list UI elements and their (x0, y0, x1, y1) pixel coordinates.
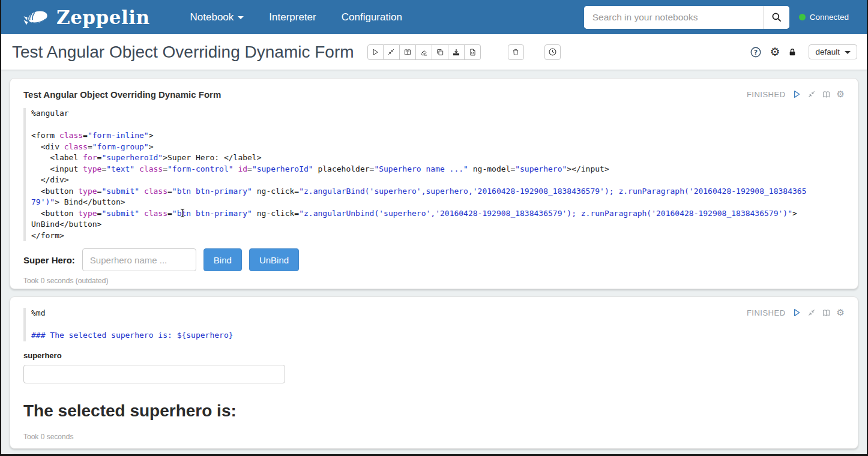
run-paragraph-button[interactable] (792, 308, 801, 317)
search-button[interactable] (763, 6, 789, 29)
clone-icon (436, 48, 444, 56)
paragraph-settings-gear-icon[interactable]: ⚙ (837, 90, 845, 99)
nav-configuration[interactable]: Configuration (329, 11, 415, 23)
compress-paragraph-button[interactable] (807, 308, 816, 317)
clock-icon (548, 47, 557, 56)
connection-status: Connected (799, 13, 849, 22)
note-header: Test Angular Object Overriding Dynamic F… (1, 34, 867, 70)
book-icon (403, 48, 412, 56)
code-editor[interactable]: %angular <form class="form-inline"> <div… (23, 108, 845, 241)
dynamic-form-label: superhero (23, 351, 845, 360)
paragraph-status-bar: FINISHED ⚙ (747, 89, 845, 99)
brand-title: Zeppelin (56, 7, 150, 28)
connected-dot-icon (799, 14, 806, 20)
superhero-input[interactable] (82, 248, 196, 271)
code-editor[interactable]: %md ### The selected superhero is: ${sup… (23, 308, 747, 341)
gear-icon: ⚙ (770, 46, 780, 58)
code-view-button[interactable] (465, 44, 481, 60)
execution-time: Took 0 seconds (outdated) (23, 277, 845, 285)
bind-button[interactable]: Bind (203, 248, 242, 271)
note-toolbar (367, 44, 481, 60)
connected-label: Connected (810, 13, 849, 22)
clone-note-button[interactable] (432, 44, 448, 60)
status-badge: FINISHED (747, 308, 786, 317)
lock-icon (788, 47, 797, 58)
note-permissions-button[interactable] (788, 47, 797, 58)
note-content: Test Angular Object Overriding Dynamic F… (1, 70, 867, 456)
interpreter-binding-button[interactable]: default (809, 44, 857, 59)
main-nav: Notebook Interpreter Configuration (178, 11, 415, 23)
angular-output-form: Super Hero: Bind UnBind (23, 248, 845, 271)
unbind-button[interactable]: UnBind (249, 248, 299, 271)
search-input[interactable] (584, 6, 763, 29)
zeppelin-app: Zeppelin Notebook Interpreter Configurat… (0, 0, 868, 456)
paragraph-1: Test Angular Object Overriding Dynamic F… (10, 78, 858, 289)
note-settings-button[interactable]: ⚙ (770, 46, 780, 58)
search-icon (771, 11, 782, 23)
export-note-button[interactable] (448, 44, 465, 60)
notebook-search (584, 6, 789, 29)
nav-interpreter[interactable]: Interpreter (256, 11, 328, 23)
note-title: Test Angular Object Overriding Dynamic F… (12, 43, 354, 62)
paragraph-3-partial (10, 454, 858, 456)
compress-paragraph-button[interactable] (807, 90, 816, 98)
brand[interactable]: Zeppelin (23, 7, 150, 28)
show-editor-button[interactable] (822, 308, 831, 317)
download-icon (452, 48, 460, 56)
execution-time: Took 0 seconds (23, 433, 845, 441)
text-cursor (179, 208, 185, 218)
eraser-icon (420, 48, 428, 56)
caret-down-icon (238, 16, 244, 19)
delete-note-button[interactable] (508, 44, 524, 60)
note-header-right: ? ⚙ default (750, 44, 857, 59)
markdown-heading: The selected superhero is: (23, 401, 845, 421)
question-circle-icon: ? (750, 46, 762, 58)
zeppelin-logo-icon (23, 8, 50, 27)
caret-down-icon (845, 51, 851, 54)
play-icon (371, 48, 379, 56)
compress-icon (387, 48, 395, 56)
show-editor-button[interactable] (822, 90, 831, 99)
nav-notebook[interactable]: Notebook (178, 11, 257, 23)
collapse-button[interactable] (384, 44, 400, 60)
run-paragraph-button[interactable] (792, 89, 801, 99)
code-file-icon (468, 48, 477, 56)
paragraph-status-bar: FINISHED ⚙ (747, 308, 845, 317)
scheduler-button[interactable] (544, 44, 561, 60)
show-hide-code-button[interactable] (400, 44, 416, 60)
paragraph-title: Test Angular Object Overriding Dynamic F… (23, 89, 221, 100)
paragraph-settings-gear-icon[interactable]: ⚙ (837, 308, 845, 317)
paragraph-2: %md ### The selected superhero is: ${sup… (10, 296, 858, 449)
svg-text:?: ? (754, 48, 758, 55)
superhero-label: Super Hero: (23, 255, 75, 265)
help-button[interactable]: ? (750, 46, 762, 58)
run-all-button[interactable] (367, 44, 384, 60)
trash-icon (511, 47, 520, 56)
clear-output-button[interactable] (416, 44, 432, 60)
navbar: Zeppelin Notebook Interpreter Configurat… (1, 0, 867, 34)
dynamic-form-input[interactable] (23, 365, 285, 383)
status-badge: FINISHED (747, 90, 786, 99)
